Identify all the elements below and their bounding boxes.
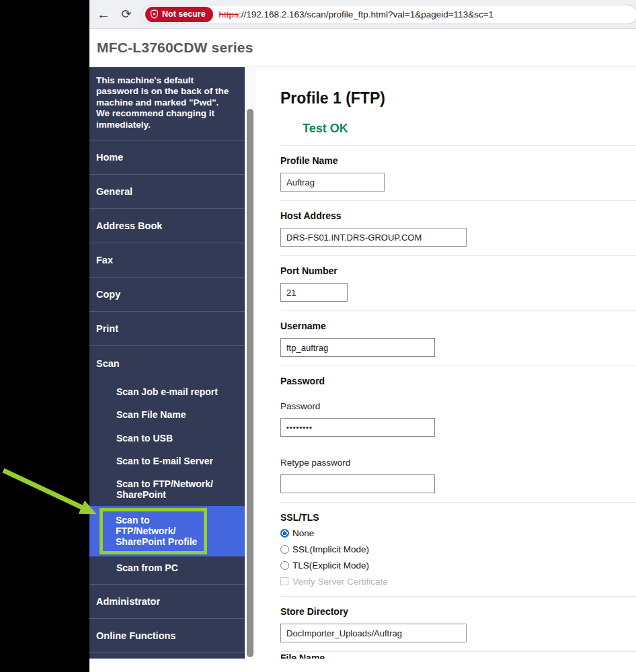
sidebar-item-copy[interactable]: Copy xyxy=(89,278,245,312)
password-input[interactable] xyxy=(280,418,435,437)
sidebar-item-fax[interactable]: Fax xyxy=(89,243,245,278)
sidebar-scrollbar[interactable] xyxy=(245,67,255,659)
main-panel: Profile 1 (FTP) Test OK Profile Name Hos… xyxy=(255,67,636,659)
sidebar-item-scan-file-name[interactable]: Scan File Name xyxy=(89,403,245,426)
sidebar-subitem-label: Scan to USB xyxy=(116,433,173,444)
sidebar-item-scan-to-usb[interactable]: Scan to USB xyxy=(89,427,245,450)
profile-name-label: Profile Name xyxy=(280,155,636,166)
radio-selected-icon xyxy=(280,529,289,538)
username-field: Username xyxy=(280,311,636,366)
sidebar-subitem-label: Scan from PC xyxy=(116,562,178,573)
sidebar-item-label: Print xyxy=(96,323,118,334)
sidebar-item-label: Address Book xyxy=(96,220,162,231)
profile-title: Profile 1 (FTP) xyxy=(280,89,636,108)
shield-x-icon xyxy=(150,9,159,19)
sidebar-item-label: Fax xyxy=(96,255,113,265)
sidebar-item-administrator[interactable]: Administrator xyxy=(89,585,245,619)
sidebar-subitem-label: Scan Job e-mail report xyxy=(116,386,218,397)
sidebar-item-print[interactable]: Print xyxy=(89,312,245,346)
sidebar-item-label: General xyxy=(96,186,132,197)
sidebar-subitem-label: Scan to FTP/Network/ xyxy=(116,515,201,536)
sidebar-item-online-functions[interactable]: Online Functions xyxy=(89,619,245,653)
retype-password-input[interactable] xyxy=(280,474,435,493)
password-section: Password Password Retype password xyxy=(280,366,636,503)
screenshot-root: ← ⟳ Not secure https://192.168.2.163/sca… xyxy=(0,0,636,672)
host-address-input[interactable] xyxy=(280,228,467,247)
radio-unselected-icon xyxy=(280,561,289,570)
radio-unselected-icon xyxy=(280,545,289,554)
site-header: MFC-L3760CDW series xyxy=(89,29,636,67)
username-input[interactable] xyxy=(280,338,435,357)
sidebar-item-network[interactable]: Network xyxy=(89,653,245,659)
store-directory-label: Store Directory xyxy=(280,606,636,617)
badge-label: Not secure xyxy=(162,9,206,19)
profile-name-field: Profile Name xyxy=(280,146,636,201)
retype-password-label: Retype password xyxy=(280,458,636,468)
port-number-field: Port Number xyxy=(280,256,636,311)
password-section-header: Password xyxy=(280,376,636,386)
sidebar-subitem-label: SharePoint Profile xyxy=(116,536,201,547)
annotation-highlight-box: Scan to FTP/Network/ SharePoint Profile xyxy=(100,508,207,554)
ssl-tls-header: SSL/TLS xyxy=(280,512,636,523)
sidebar-item-general[interactable]: General xyxy=(89,175,245,209)
sidebar-item-label: Online Functions xyxy=(96,630,175,641)
refresh-icon[interactable]: ⟳ xyxy=(116,4,136,24)
sidebar-item-scan-from-pc[interactable]: Scan from PC xyxy=(89,556,245,585)
browser-window: ← ⟳ Not secure https://192.168.2.163/sca… xyxy=(89,0,636,672)
address-bar[interactable]: Not secure https://192.168.2.163/scan/pr… xyxy=(142,5,636,24)
not-secure-badge[interactable]: Not secure xyxy=(145,7,213,22)
sidebar-item-label: Home xyxy=(96,152,123,163)
ssl-option-tls-explicit[interactable]: TLS(Explicit Mode) xyxy=(280,559,636,571)
ssl-tls-section: SSL/TLS None SSL(Implicit Mode) TLS(Expl… xyxy=(280,503,636,597)
notice-line-1: This machine's default password is on th… xyxy=(96,75,235,108)
port-number-input[interactable] xyxy=(280,283,348,302)
port-number-label: Port Number xyxy=(280,265,636,276)
ssl-option-ssl-implicit[interactable]: SSL(Implicit Mode) xyxy=(280,543,636,555)
sidebar-item-label: Administrator xyxy=(96,596,160,607)
sidebar-item-scan[interactable]: Scan xyxy=(89,346,245,380)
store-directory-field: Store Directory xyxy=(280,597,636,652)
ssl-option-none[interactable]: None xyxy=(280,527,636,539)
sidebar-item-scan-job-email-report[interactable]: Scan Job e-mail report xyxy=(89,380,245,403)
sidebar: This machine's default password is on th… xyxy=(89,67,245,659)
scrollbar-thumb[interactable] xyxy=(247,109,253,657)
sidebar-item-scan-to-ftp-network-sharepoint-profile[interactable]: Scan to FTP/Network/ SharePoint Profile xyxy=(89,506,245,556)
radio-label: SSL(Implicit Mode) xyxy=(292,544,369,554)
url-rest: ://192.168.2.163/scan/profile_ftp.html?v… xyxy=(239,9,493,19)
sidebar-item-label: Scan xyxy=(96,358,120,369)
host-address-field: Host Address xyxy=(280,201,636,256)
url-scheme-struck: https xyxy=(219,9,239,19)
radio-label: TLS(Explicit Mode) xyxy=(292,560,369,571)
notice-line-2: We recommend changing it immediately. xyxy=(96,108,235,130)
test-ok-status: Test OK xyxy=(303,122,636,136)
url-text: https://192.168.2.163/scan/profile_ftp.h… xyxy=(219,9,493,19)
sidebar-subitem-label: Scan to E-mail Server xyxy=(116,456,213,466)
sidebar-item-home[interactable]: Home xyxy=(89,140,245,175)
sidebar-subitem-label: SharePoint xyxy=(116,489,241,500)
verify-server-certificate-checkbox: Verify Server Certificate xyxy=(280,575,636,587)
sidebar-subitem-label: Scan to FTP/Network/ xyxy=(116,478,241,489)
browser-toolbar: ← ⟳ Not secure https://192.168.2.163/sca… xyxy=(89,0,636,29)
sidebar-item-address-book[interactable]: Address Book xyxy=(89,209,245,243)
store-directory-input[interactable] xyxy=(280,624,467,642)
profile-name-input[interactable] xyxy=(280,173,385,192)
host-address-label: Host Address xyxy=(280,210,636,221)
left-black-area xyxy=(0,0,89,672)
password-label: Password xyxy=(280,401,636,411)
sidebar-subitem-label: Scan File Name xyxy=(116,409,186,420)
checkbox-label: Verify Server Certificate xyxy=(292,577,388,587)
checkbox-disabled-icon xyxy=(280,577,288,585)
content-area: This machine's default password is on th… xyxy=(89,67,636,659)
sidebar-item-label: Copy xyxy=(96,289,120,300)
device-title: MFC-L3760CDW series xyxy=(97,40,253,56)
radio-label: None xyxy=(292,528,314,538)
sidebar-item-scan-to-email-server[interactable]: Scan to E-mail Server xyxy=(89,450,245,472)
file-name-label-partial: File Name xyxy=(280,653,325,659)
back-icon[interactable]: ← xyxy=(93,4,114,24)
username-label: Username xyxy=(280,321,636,331)
sidebar-item-scan-to-ftp-network-sharepoint[interactable]: Scan to FTP/Network/ SharePoint xyxy=(89,472,245,506)
password-notice: This machine's default password is on th… xyxy=(89,67,245,140)
